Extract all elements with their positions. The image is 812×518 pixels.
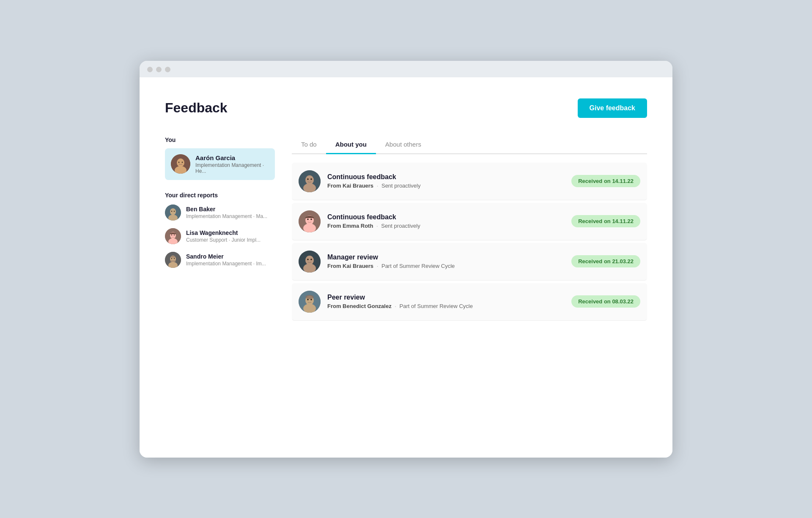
feedback-from: From Kai Brauers — [327, 263, 373, 269]
tab-about-others[interactable]: About others — [376, 136, 431, 154]
feedback-item-title: Peer review — [327, 294, 565, 301]
feedback-badge: Received on 14.11.22 — [571, 215, 640, 227]
tab-about-you[interactable]: About you — [326, 136, 376, 154]
browser-dot-yellow — [156, 67, 162, 72]
selected-user-card[interactable]: Aarón Garcia Implementation Management ·… — [165, 148, 275, 180]
svg-point-4 — [182, 162, 183, 163]
browser-dot-green — [165, 67, 170, 72]
report-info: Lisa Wagenknecht Customer Support · Juni… — [186, 229, 261, 243]
dot-separator: · — [377, 263, 379, 269]
feedback-item-title: Continuous feedback — [327, 173, 565, 181]
report-role: Implementation Management · Im... — [186, 261, 266, 267]
svg-point-32 — [305, 256, 314, 265]
svg-point-25 — [310, 178, 312, 180]
svg-point-23 — [303, 183, 316, 192]
avatar — [299, 251, 321, 273]
feedback-from: From Benedict Gonzalez — [327, 303, 392, 309]
selected-user-info: Aarón Garcia Implementation Management ·… — [195, 154, 269, 174]
feedback-item-title: Continuous feedback — [327, 213, 565, 221]
feedback-item[interactable]: Peer review From Benedict Gonzalez · Par… — [292, 283, 647, 321]
browser-content: Feedback Give feedback You — [140, 77, 672, 458]
avatar — [165, 252, 181, 268]
dot-separator: · — [377, 183, 379, 189]
feedback-item-body: Manager review From Kai Brauers · Part o… — [327, 254, 565, 269]
browser-dot-red — [147, 67, 153, 72]
feedback-item[interactable]: Continuous feedback From Emma Roth · Sen… — [292, 203, 647, 240]
browser-window: Feedback Give feedback You — [140, 61, 672, 458]
feedback-item-meta: From Kai Brauers · Part of Summer Review… — [327, 263, 565, 269]
you-label: You — [165, 136, 275, 143]
report-role: Implementation Management · Ma... — [186, 213, 267, 219]
svg-point-19 — [171, 258, 172, 259]
report-role: Customer Support · Junior Impl... — [186, 237, 261, 243]
feedback-item-title: Manager review — [327, 254, 565, 261]
selected-user-role: Implementation Management · He... — [195, 162, 269, 174]
report-item[interactable]: Lisa Wagenknecht Customer Support · Juni… — [165, 228, 275, 244]
feedback-from: From Kai Brauers — [327, 183, 373, 189]
report-info: Ben Baker Implementation Management · Ma… — [186, 206, 267, 219]
tab-to-do[interactable]: To do — [292, 136, 326, 154]
sidebar: You Aarón Garcia — [165, 136, 275, 323]
tabs: To do About you About others — [292, 136, 647, 154]
svg-point-8 — [171, 210, 172, 211]
avatar — [165, 204, 181, 221]
report-item[interactable]: Sandro Meier Implementation Management ·… — [165, 252, 275, 268]
svg-point-1 — [177, 158, 184, 167]
feedback-list: Continuous feedback From Kai Brauers · S… — [292, 163, 647, 323]
avatar — [171, 154, 190, 174]
report-name: Sandro Meier — [186, 253, 266, 260]
report-item[interactable]: Ben Baker Implementation Management · Ma… — [165, 204, 275, 221]
svg-point-22 — [305, 175, 314, 185]
svg-point-3 — [178, 162, 180, 163]
avatar — [299, 291, 321, 313]
avatar — [165, 228, 181, 244]
svg-point-34 — [307, 259, 309, 260]
svg-point-6 — [170, 208, 176, 215]
feedback-badge: Received on 14.11.22 — [571, 175, 640, 187]
feedback-badge: Received on 08.03.22 — [571, 295, 640, 308]
svg-point-9 — [174, 210, 175, 211]
feedback-detail: Sent proactively — [381, 223, 420, 229]
feedback-item-meta: From Kai Brauers · Sent proactively — [327, 183, 565, 189]
svg-point-35 — [310, 259, 312, 260]
feedback-detail: Sent proactively — [381, 183, 421, 189]
svg-point-30 — [310, 218, 312, 220]
avatar — [299, 210, 321, 232]
feedback-detail: Part of Summer Review Cycle — [400, 303, 473, 309]
feedback-item[interactable]: Manager review From Kai Brauers · Part o… — [292, 243, 647, 281]
svg-point-33 — [303, 264, 316, 273]
feedback-from: From Emma Roth — [327, 223, 373, 229]
svg-point-14 — [174, 234, 175, 235]
feedback-item-body: Continuous feedback From Kai Brauers · S… — [327, 173, 565, 189]
give-feedback-button[interactable]: Give feedback — [578, 98, 647, 118]
content-area: To do About you About others — [292, 136, 647, 323]
dot-separator: · — [395, 303, 396, 309]
report-name: Ben Baker — [186, 206, 267, 213]
report-info: Sandro Meier Implementation Management ·… — [186, 253, 266, 267]
feedback-item-body: Continuous feedback From Emma Roth · Sen… — [327, 213, 565, 229]
svg-point-41 — [305, 295, 314, 299]
feedback-badge: Received on 21.03.22 — [571, 255, 640, 267]
feedback-item[interactable]: Continuous feedback From Kai Brauers · S… — [292, 163, 647, 200]
feedback-item-body: Peer review From Benedict Gonzalez · Par… — [327, 294, 565, 309]
browser-chrome — [140, 61, 672, 77]
svg-point-24 — [307, 178, 309, 180]
svg-point-28 — [303, 224, 316, 232]
svg-point-20 — [174, 258, 175, 259]
svg-point-38 — [303, 304, 316, 313]
avatar — [299, 170, 321, 192]
svg-point-29 — [307, 218, 309, 220]
svg-rect-18 — [170, 260, 176, 262]
report-name: Lisa Wagenknecht — [186, 229, 261, 236]
svg-point-13 — [171, 234, 172, 235]
feedback-detail: Part of Summer Review Cycle — [381, 263, 455, 269]
feedback-item-meta: From Benedict Gonzalez · Part of Summer … — [327, 303, 565, 309]
direct-reports-label: Your direct reports — [165, 192, 275, 199]
dot-separator: · — [376, 223, 378, 229]
selected-user-name: Aarón Garcia — [195, 154, 269, 161]
page-header: Feedback Give feedback — [165, 98, 647, 118]
page-title: Feedback — [165, 100, 228, 116]
main-layout: You Aarón Garcia — [165, 136, 647, 323]
feedback-item-meta: From Emma Roth · Sent proactively — [327, 223, 565, 229]
